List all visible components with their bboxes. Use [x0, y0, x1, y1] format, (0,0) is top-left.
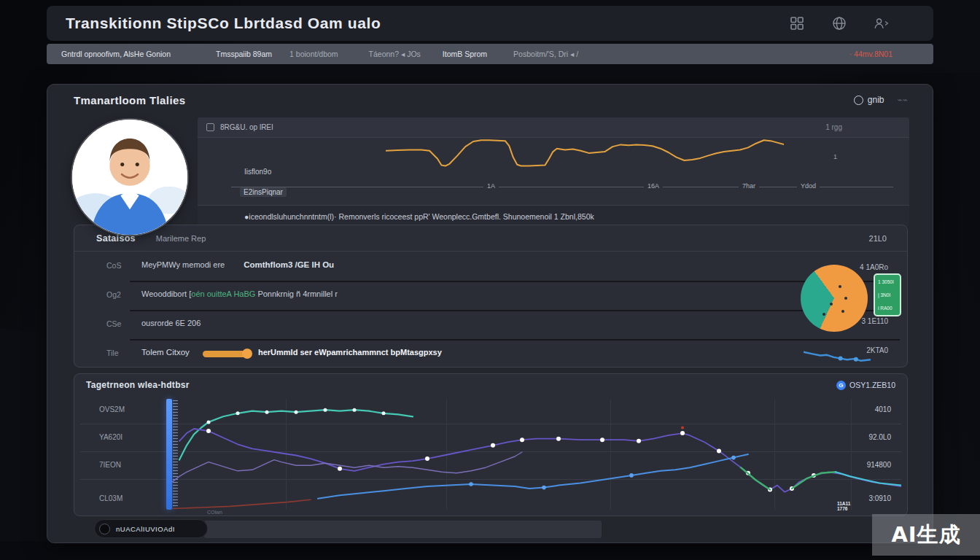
status-pill-button[interactable]: nUACAlIUVIOAdI	[94, 519, 208, 538]
table-header: Sataisos Marileme Rep 21L0	[74, 225, 907, 252]
chart-type-icon	[206, 123, 214, 131]
refresh-label: gnib	[868, 95, 884, 105]
x-tick: 16A	[644, 182, 663, 190]
overview-section: 8RG&U. op lREI 1 rgg 1A 16A 7har Ydod Ii…	[198, 117, 909, 227]
row-text: Tolem Citxoy	[141, 348, 190, 357]
distribution-pie-chart	[801, 265, 868, 332]
share-icon[interactable]: ⌁⌁	[898, 95, 908, 105]
globe-icon[interactable]	[831, 15, 847, 31]
row-sparkline-chart	[804, 347, 871, 365]
timeline-title: Tagetrneon wlea-hdtbsr	[86, 380, 190, 390]
pie-data-dot	[841, 310, 844, 313]
overview-header-right: 1 rgg	[825, 123, 842, 131]
nav-bar: Gntrdl opnoofivm, AlsHe Gonion Tmsspaiib…	[47, 44, 933, 64]
nav-item-itomb[interactable]: ItomB Sprom	[443, 50, 487, 58]
timeline-row-label: CL03M	[99, 494, 122, 502]
row-text: Weooddibort [oén ouitteA HaBG Ponnkrnig …	[141, 289, 338, 298]
timeline-header: Tagetrneon wlea-hdtbsr G OSY1.ZEB10	[74, 374, 907, 396]
axis-note: COlwn	[207, 510, 222, 515]
overview-point-label: 1	[833, 153, 837, 160]
grid-icon[interactable]	[789, 15, 805, 31]
table-subtitle: Marileme Rep	[156, 234, 206, 243]
nav-item-taeonn[interactable]: Táeonn? ◂ JOs	[369, 50, 421, 58]
overview-line-chart	[386, 136, 784, 168]
refresh-icon	[854, 96, 863, 105]
overview-series-sublabel: E2insPiqnar	[240, 187, 287, 197]
refresh-button[interactable]: gnib	[854, 95, 884, 105]
badge-line: 1 3050I	[878, 279, 897, 284]
table-row[interactable]: CSe ousrorde 6E 206	[74, 310, 907, 339]
x-tick: Ydod	[797, 182, 820, 190]
user-icon[interactable]	[874, 15, 890, 31]
row-text-part: Weooddibort [	[141, 289, 191, 298]
row-text-strong: Comthflom3 /GE IH Ou	[244, 260, 334, 269]
footnote-line: 1776	[837, 506, 850, 511]
axis-highlight-bar	[166, 399, 172, 510]
row-label: CoS	[106, 261, 121, 270]
nav-item-boiont[interactable]: 1 boiont/dbom	[289, 50, 338, 58]
overview-description: ●iceondlsluhunchnntntm(l)· Remonverls ri…	[198, 205, 909, 227]
overview-header: 8RG&U. op lREI 1 rgg	[198, 117, 909, 138]
overview-header-label: 8RG&U. op lREI	[220, 123, 273, 131]
app-title: Transkitionn StipSCo Lbrtdasd Oam ualo	[66, 15, 381, 32]
timeline-footnote: 11A11 1776	[837, 501, 850, 511]
table-row[interactable]: Og2 Weooddibort [oén ouitteA HaBG Ponnkr…	[74, 281, 907, 310]
timeline-section: Tagetrneon wlea-hdtbsr G OSY1.ZEB10 OVS2…	[74, 373, 908, 516]
record-icon	[99, 524, 110, 534]
timeline-line-chart	[172, 399, 901, 510]
row-text-part: Ponnkrnig ñ 4rmnillel r	[255, 289, 338, 298]
badge-line: i RA00	[878, 306, 897, 311]
timeline-row-label: 7IEON	[99, 461, 121, 469]
pie-data-dot	[839, 285, 841, 288]
row-text-green: oén ouitteA HaBG	[191, 289, 255, 298]
nav-item-transport[interactable]: Tmsspaiib 89am	[216, 50, 272, 58]
progress-bar-dot	[242, 349, 252, 359]
row-value: 4 1A0Ro	[860, 263, 888, 271]
row-label: Tile	[106, 349, 119, 357]
table-row[interactable]: CoS MeyPMWy memodi ereComthflom3 /GE IH …	[74, 252, 907, 281]
row-text: MeyPMWy memodi ereComthflom3 /GE IH Ou	[141, 260, 334, 269]
progress-bar	[203, 351, 246, 357]
pie-data-dot	[844, 297, 847, 300]
pie-data-dot	[830, 303, 833, 306]
row-value: 3 1E110	[861, 317, 888, 325]
nav-alert-value: · 44mv.8N01	[849, 50, 892, 58]
background-strip	[0, 541, 980, 560]
timeline-header-right: G OSY1.ZEB10	[836, 381, 895, 390]
overview-series-label: Iisflon9o	[244, 168, 271, 176]
row-bold-text: herUmmId ser eWpamrichammnct bpMtasgpxsy	[258, 348, 442, 357]
nav-item-posboitm[interactable]: Posboitm/'S, Dri ◂ /	[513, 50, 578, 58]
timeline-header-value: OSY1.ZEB10	[849, 381, 895, 389]
footnote-line: 11A11	[837, 501, 850, 506]
x-tick: 1A	[483, 182, 499, 190]
table-header-value: 21L0	[869, 234, 887, 243]
app-root: Transkitionn StipSCo Lbrtdasd Oam ualo G…	[0, 0, 980, 560]
row-text-part: MeyPMWy memodi ere	[141, 260, 225, 269]
timeline-row-label: YA620I	[99, 433, 122, 441]
row-label: Og2	[106, 290, 121, 299]
g-badge-icon: G	[836, 381, 846, 390]
top-bar-icons	[789, 15, 890, 31]
x-tick: 7har	[739, 182, 759, 190]
table-row[interactable]: Tile Tolem Citxoy herUmmId ser eWpamrich…	[74, 339, 907, 368]
timeline-row-label: OVS2M	[99, 405, 125, 413]
avatar-photo	[72, 120, 187, 235]
legend-badge: 1 3050I | 3N0I i RA00	[874, 273, 901, 316]
watermark-text: AI生成	[891, 521, 960, 550]
footer-band	[204, 521, 602, 538]
user-avatar[interactable]	[72, 120, 187, 235]
top-bar: Transkitionn StipSCo Lbrtdasd Oam ualo	[47, 6, 933, 41]
row-text: ousrorde 6E 206	[141, 319, 201, 327]
status-pill-label: nUACAlIUVIOAdI	[116, 525, 175, 533]
badge-line: | 3N0I	[878, 292, 897, 298]
main-panel: Tmanartloom Tlalies gnib ⌁⌁ 8RG&U. op lR…	[47, 84, 933, 543]
ai-watermark: AI生成	[872, 514, 980, 556]
status-table-section: Sataisos Marileme Rep 21L0 CoS MeyPMWy m…	[74, 225, 908, 368]
nav-item-operations[interactable]: Gntrdl opnoofivm, AlsHe Gonion	[61, 50, 171, 58]
panel-title: Tmanartloom Tlalies	[74, 94, 185, 106]
overview-axis-line	[231, 187, 893, 187]
row-label: CSe	[106, 319, 121, 328]
panel-controls: gnib ⌁⌁	[854, 95, 908, 105]
pie-data-dot	[822, 313, 825, 316]
